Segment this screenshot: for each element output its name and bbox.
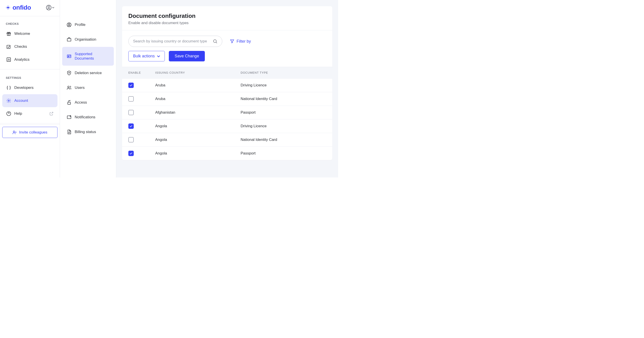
id-card-icon xyxy=(67,54,72,59)
briefcase-icon xyxy=(67,37,72,42)
svg-rect-16 xyxy=(67,38,71,41)
logo-icon xyxy=(5,5,11,10)
country-cell: Angola xyxy=(155,124,240,128)
col-enable-header: ENABLE xyxy=(128,71,155,74)
enable-checkbox[interactable] xyxy=(128,96,134,102)
subnav-notifications[interactable]: Notifications xyxy=(62,110,114,125)
nav-checks-label: Checks xyxy=(14,44,27,49)
svg-point-13 xyxy=(13,131,15,132)
nav-account-label: Account xyxy=(14,98,28,103)
subnav-access-label: Access xyxy=(75,100,87,105)
nav-analytics[interactable]: Analytics xyxy=(2,53,58,66)
brand-name: onfido xyxy=(12,4,31,11)
svg-point-0 xyxy=(7,7,9,8)
subnav-billing-status[interactable]: Billing status xyxy=(62,125,114,139)
table-row: ArubaDriving Licence xyxy=(122,79,332,92)
country-cell: Aruba xyxy=(155,83,240,88)
chevron-down-icon xyxy=(157,55,160,58)
document-icon xyxy=(67,130,72,134)
check-icon xyxy=(129,152,133,155)
bulk-actions-label: Bulk actions xyxy=(133,54,155,58)
chart-icon xyxy=(6,57,11,62)
nav-checks[interactable]: Checks xyxy=(2,40,58,53)
table-row: ArubaNational Identity Card xyxy=(122,92,332,106)
search-wrap xyxy=(128,36,222,47)
table-row: AngolaNational Identity Card xyxy=(122,133,332,147)
subnav-profile-label: Profile xyxy=(75,22,86,27)
svg-point-3 xyxy=(7,5,9,6)
nav-help-label: Help xyxy=(14,111,22,116)
nav-developers[interactable]: Developers xyxy=(2,81,58,94)
invite-colleagues-label: Invite colleagues xyxy=(19,130,48,135)
page-subtitle: Enable and disable document types xyxy=(128,21,326,25)
section-checks-heading: CHECKS xyxy=(2,20,58,27)
chevron-down-icon xyxy=(52,6,54,9)
invite-colleagues-button[interactable]: Invite colleagues xyxy=(2,127,58,138)
doctype-cell: Passport xyxy=(240,151,326,156)
enable-checkbox[interactable] xyxy=(128,151,134,156)
gear-icon xyxy=(6,98,11,103)
doctype-cell: Driving Licence xyxy=(240,124,326,128)
svg-point-20 xyxy=(68,86,69,88)
subnav-users[interactable]: Users xyxy=(62,80,114,95)
subnav-deletion-service[interactable]: Deletion service xyxy=(62,66,114,80)
brand-logo: onfido xyxy=(5,4,31,11)
table-row: AngolaDriving Licence xyxy=(122,119,332,133)
country-cell: Angola xyxy=(155,151,240,156)
doctype-cell: National Identity Card xyxy=(240,138,326,142)
nav-help[interactable]: Help xyxy=(2,107,58,120)
search-input[interactable] xyxy=(133,39,213,43)
gift-icon xyxy=(6,31,11,36)
subnav-access[interactable]: Access xyxy=(62,95,114,110)
doctype-cell: Driving Licence xyxy=(240,83,326,88)
enable-checkbox[interactable] xyxy=(128,124,134,129)
nav-account[interactable]: Account xyxy=(2,94,58,107)
user-menu-button[interactable] xyxy=(46,5,54,10)
section-settings-heading: SETTINGS xyxy=(2,74,58,81)
subnav-organisation[interactable]: Organisation xyxy=(62,32,114,47)
nav-welcome[interactable]: Welcome xyxy=(2,27,58,40)
enable-checkbox[interactable] xyxy=(128,137,134,143)
subnav-users-label: Users xyxy=(75,86,84,90)
user-plus-icon xyxy=(12,130,17,135)
subnav-notifications-label: Notifications xyxy=(75,115,96,119)
col-type-header: DOCUMENT TYPE xyxy=(240,71,326,74)
nav-welcome-label: Welcome xyxy=(14,31,30,36)
subnav-deletion-service-label: Deletion service xyxy=(75,71,102,75)
table-row: AfghanistanPassport xyxy=(122,106,332,119)
svg-point-19 xyxy=(69,72,70,73)
check-icon xyxy=(129,124,133,128)
enable-checkbox[interactable] xyxy=(128,110,134,115)
user-icon xyxy=(46,5,52,10)
subnav-supported-documents[interactable]: Supported Documents xyxy=(62,47,114,66)
svg-point-6 xyxy=(48,6,50,8)
subnav-billing-status-label: Billing status xyxy=(75,130,96,134)
braces-icon xyxy=(6,85,11,90)
filter-icon xyxy=(230,39,234,43)
svg-point-1 xyxy=(6,7,7,8)
save-change-button[interactable]: Save Change xyxy=(169,51,205,61)
doctype-cell: National Identity Card xyxy=(240,97,326,101)
country-cell: Afghanistan xyxy=(155,110,240,115)
svg-point-24 xyxy=(214,40,216,43)
external-link-icon xyxy=(50,112,54,116)
svg-point-2 xyxy=(9,7,10,8)
subnav-profile[interactable]: Profile xyxy=(62,17,114,32)
filter-by-label: Filter by xyxy=(236,39,251,44)
question-icon xyxy=(6,111,11,116)
svg-point-18 xyxy=(68,56,69,56)
nav-developers-label: Developers xyxy=(14,86,34,90)
svg-rect-21 xyxy=(68,102,71,104)
notification-icon xyxy=(67,115,72,120)
svg-point-23 xyxy=(70,115,71,117)
page-title: Document configuration xyxy=(128,12,326,19)
bulk-actions-button[interactable]: Bulk actions xyxy=(128,51,165,61)
svg-point-11 xyxy=(8,100,10,101)
save-change-label: Save Change xyxy=(175,54,199,58)
filter-by-button[interactable]: Filter by xyxy=(230,39,251,44)
check-icon xyxy=(129,83,133,87)
users-icon xyxy=(67,85,72,90)
svg-point-4 xyxy=(7,9,9,10)
enable-checkbox[interactable] xyxy=(128,83,134,88)
country-cell: Aruba xyxy=(155,97,240,101)
